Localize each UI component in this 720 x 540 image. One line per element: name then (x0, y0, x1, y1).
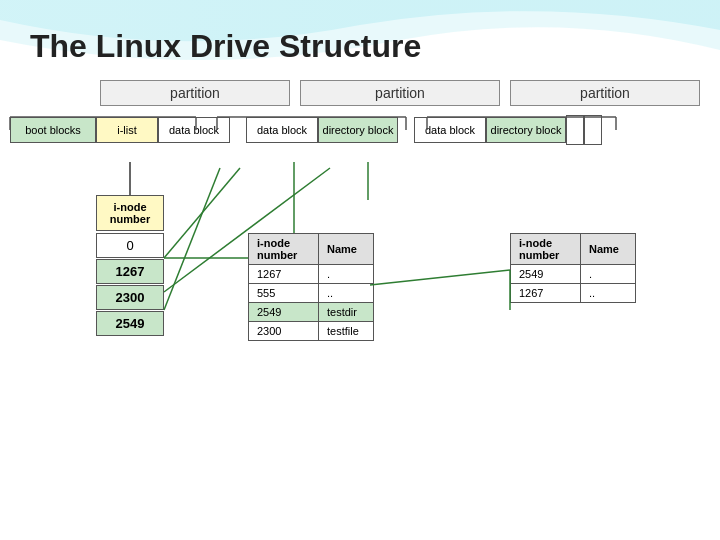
cell-inode: 1267 (249, 265, 319, 284)
inode-2549: 2549 (96, 311, 164, 336)
data-block-2: data block (246, 117, 318, 143)
dir-table-2-header-name: Name (581, 234, 636, 265)
boot-blocks: boot blocks (10, 117, 96, 143)
inode-0: 0 (96, 233, 164, 258)
table-row: 2549testdir (249, 303, 374, 322)
svg-line-12 (164, 168, 220, 310)
cell-name: testfile (319, 322, 374, 341)
partition-row: partition partition partition (100, 80, 710, 106)
cell-inode: 2549 (511, 265, 581, 284)
extra-block-1 (566, 115, 584, 145)
cell-name: . (581, 265, 636, 284)
main-content: partition partition partition boot block… (10, 80, 710, 156)
dir-table-1-header-name: Name (319, 234, 374, 265)
svg-line-11 (370, 270, 510, 285)
cell-name: . (319, 265, 374, 284)
table-row: 1267.. (511, 284, 636, 303)
partition-3: partition (510, 80, 700, 106)
cell-name: testdir (319, 303, 374, 322)
extra-block-2 (584, 115, 602, 145)
cell-inode: 1267 (511, 284, 581, 303)
inode-label-line2: number (110, 213, 150, 225)
cell-inode: 2300 (249, 322, 319, 341)
dir-block-2: directory block (486, 117, 566, 143)
dir-table-2-header-inode: i-node number (511, 234, 581, 265)
inode-2300: 2300 (96, 285, 164, 310)
cell-inode: 555 (249, 284, 319, 303)
data-block-3: data block (414, 117, 486, 143)
data-block-1: data block (158, 117, 230, 143)
cell-inode: 2549 (249, 303, 319, 322)
partition-1: partition (100, 80, 290, 106)
inode-label-line1: i-node (114, 201, 147, 213)
dir-table-1-table: i-node number Name 1267.555..2549testdir… (248, 233, 374, 341)
cell-name: .. (581, 284, 636, 303)
table-row: 2549. (511, 265, 636, 284)
table-row: 555.. (249, 284, 374, 303)
dir-table-2-table: i-node number Name 2549.1267.. (510, 233, 636, 303)
directory-table-1: i-node number Name 1267.555..2549testdir… (248, 233, 374, 341)
dir-table-1-header-inode: i-node number (249, 234, 319, 265)
inode-list: 0 1267 2300 2549 (96, 233, 164, 337)
svg-line-14 (164, 168, 240, 258)
table-row: 2300testfile (249, 322, 374, 341)
i-list-block: i-list (96, 117, 158, 143)
table-row: 1267. (249, 265, 374, 284)
dir-block-1: directory block (318, 117, 398, 143)
directory-table-2: i-node number Name 2549.1267.. (510, 233, 636, 303)
partition-2: partition (300, 80, 500, 106)
block-row: boot blocks i-list data block data block… (10, 112, 710, 148)
inode-number-box: i-node number (96, 195, 164, 231)
page-title: The Linux Drive Structure (30, 28, 421, 65)
cell-name: .. (319, 284, 374, 303)
inode-1267: 1267 (96, 259, 164, 284)
